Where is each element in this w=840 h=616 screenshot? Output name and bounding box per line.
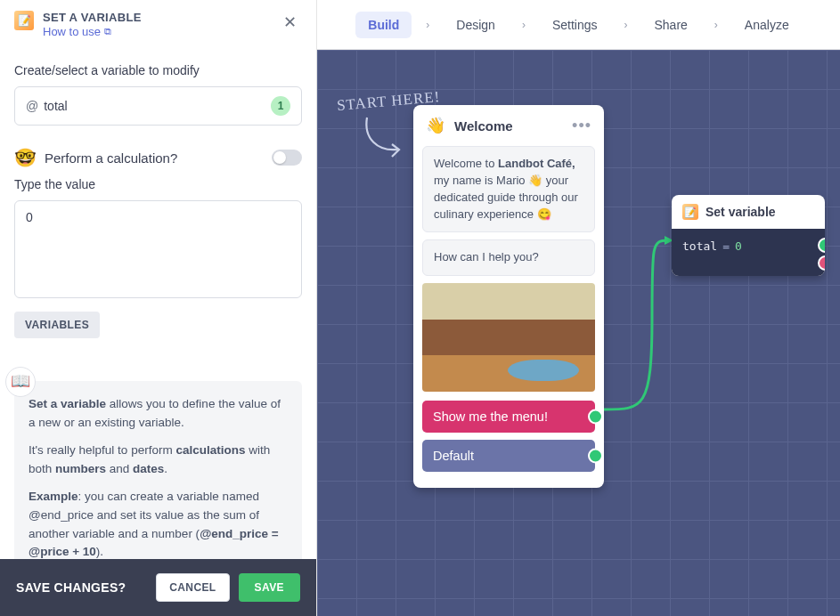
how-to-use-link[interactable]: How to use ⧉	[43, 25, 111, 38]
output-port-error[interactable]	[818, 255, 825, 271]
create-select-variable-label: Create/select a variable to modify	[14, 63, 302, 77]
nav-separator-icon: ›	[419, 19, 436, 31]
close-panel-button[interactable]: ✕	[278, 11, 302, 34]
node-menu-button[interactable]: •••	[572, 117, 591, 135]
option-default[interactable]: Default	[422, 440, 595, 472]
setvar-val: 0	[735, 239, 742, 253]
setvar-var: total	[682, 239, 717, 253]
perform-calculation-label: Perform a calculation?	[45, 150, 263, 166]
start-arrow-icon	[358, 112, 412, 166]
how-to-use-label: How to use	[43, 25, 101, 38]
nav-share[interactable]: Share	[642, 12, 700, 38]
output-port[interactable]	[588, 409, 603, 425]
nav-build[interactable]: Build	[355, 12, 412, 38]
nav-separator-icon: ›	[707, 19, 725, 31]
welcome-node[interactable]: 👋 Welcome ••• Welcome to Landbot Café, m…	[413, 105, 604, 488]
help-card: 📖 Set a variable allows you to define th…	[14, 381, 302, 559]
perform-calculation-toggle[interactable]	[272, 150, 302, 166]
set-variable-icon: 📝	[14, 11, 34, 30]
nav-analyze[interactable]: Analyze	[732, 12, 802, 38]
welcome-node-title: Welcome	[454, 118, 563, 134]
output-port-success[interactable]	[818, 238, 825, 253]
nav-design[interactable]: Design	[444, 12, 508, 38]
sidebar-header: 📝 SET A VARIABLE How to use ⧉ ✕	[0, 0, 316, 49]
set-variable-icon: 📝	[682, 204, 698, 220]
save-changes-title: SAVE CHANGES?	[16, 580, 126, 595]
set-variable-node-title: Set variable	[705, 205, 776, 219]
output-port[interactable]	[588, 449, 603, 464]
variable-at-symbol: @	[26, 99, 38, 113]
external-link-icon: ⧉	[104, 26, 111, 37]
help-p1-strong: Set a variable	[29, 397, 106, 410]
save-button[interactable]: SAVE	[239, 573, 300, 602]
type-value-label: Type the value	[14, 177, 302, 191]
set-variable-code: total=0	[672, 229, 825, 276]
help-book-icon: 📖	[5, 367, 36, 397]
set-variable-node[interactable]: 📝 Set variable total=0	[672, 195, 825, 276]
flow-canvas[interactable]: START HERE! 👋 Welcome ••• Welcome to Lan…	[317, 50, 840, 616]
sidebar-panel: 📝 SET A VARIABLE How to use ⧉ ✕ Create/s…	[0, 0, 317, 616]
welcome-gif-placeholder	[422, 283, 595, 392]
sidebar-title: SET A VARIABLE	[43, 11, 269, 24]
option-default-label: Default	[433, 449, 474, 463]
variable-select-input[interactable]: @total 1	[14, 86, 302, 126]
flow-connector	[599, 192, 679, 424]
variable-name: total	[44, 99, 67, 113]
wave-icon: 👋	[426, 116, 445, 135]
variables-button[interactable]: VARIABLES	[14, 312, 100, 338]
nav-settings[interactable]: Settings	[540, 12, 610, 38]
welcome-message-2: How can I help you?	[422, 239, 595, 276]
nav-separator-icon: ›	[515, 19, 533, 31]
calculation-emoji-icon: 🤓	[14, 147, 36, 168]
variable-usage-count: 1	[271, 96, 290, 116]
cancel-button[interactable]: CANCEL	[156, 573, 229, 602]
option-show-menu-label: Show me the menu!	[433, 409, 548, 424]
setvar-eq: =	[722, 239, 730, 253]
save-changes-bar: SAVE CHANGES? CANCEL SAVE	[0, 559, 316, 616]
option-show-menu[interactable]: Show me the menu!	[422, 401, 595, 433]
top-navigation: Build › Design › Settings › Share › Anal…	[317, 0, 840, 50]
value-textarea[interactable]	[14, 200, 302, 298]
nav-separator-icon: ›	[617, 19, 635, 31]
welcome-message-1: Welcome to Landbot Café, my name is Mari…	[422, 146, 595, 232]
